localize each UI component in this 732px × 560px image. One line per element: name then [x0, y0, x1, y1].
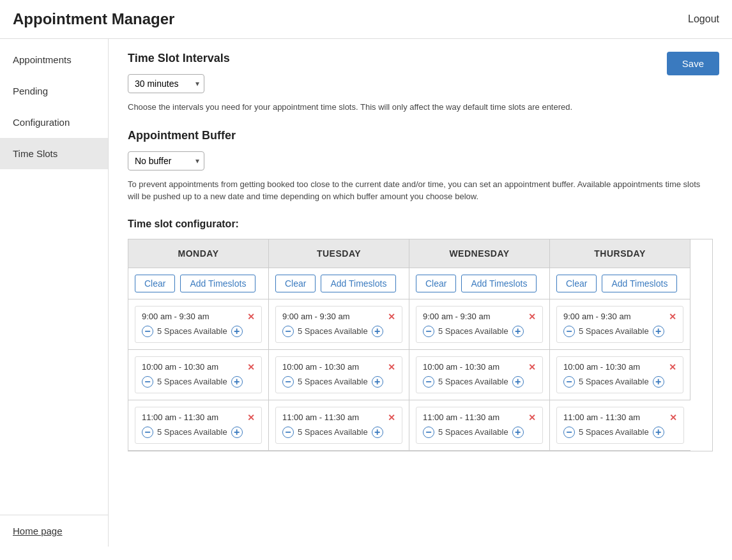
slot-close-monday-0[interactable]: ✕	[247, 312, 255, 322]
save-button[interactable]: Save	[667, 52, 719, 75]
slot-increment-tuesday-0[interactable]: +	[372, 326, 383, 337]
slot-increment-monday-0[interactable]: +	[231, 326, 243, 337]
slot-close-wednesday-0[interactable]: ✕	[528, 312, 536, 322]
action-row-wednesday: Clear Add Timeslots	[409, 268, 550, 299]
add-timeslots-wednesday-button[interactable]: Add Timeslots	[461, 275, 537, 292]
slot-close-tuesday-1[interactable]: ✕	[388, 362, 395, 372]
slot-increment-monday-1[interactable]: +	[231, 376, 243, 388]
col-header-tuesday: TUESDAY	[269, 239, 409, 268]
slot-decrement-monday-1[interactable]: −	[142, 376, 153, 388]
slot-time-monday-1: 10:00 am - 10:30 am	[142, 362, 218, 372]
slot-decrement-tuesday-0[interactable]: −	[282, 326, 294, 337]
slot-decrement-monday-0[interactable]: −	[142, 326, 153, 337]
slot-time-wednesday-0: 9:00 am - 9:30 am	[423, 312, 491, 321]
slot-cell-wednesday-1: 10:00 am - 10:30 am ✕ − 5 Spaces Availab…	[409, 350, 550, 400]
sidebar-item-timeslots[interactable]: Time Slots	[0, 138, 108, 169]
slot-decrement-thursday-1[interactable]: −	[563, 376, 575, 388]
add-timeslots-monday-button[interactable]: Add Timeslots	[180, 275, 255, 292]
slot-grid-scroll[interactable]: MONDAY TUESDAY WEDNESDAY THURSDAY	[128, 239, 712, 451]
add-timeslots-thursday-button[interactable]: Add Timeslots	[602, 275, 677, 292]
slot-box-tuesday-0: 9:00 am - 9:30 am ✕ − 5 Spaces Available…	[275, 306, 402, 343]
slot-close-tuesday-2[interactable]: ✕	[388, 412, 395, 423]
slot-cell-monday-2: 11:00 am - 11:30 am ✕ − 5 Spaces Availab…	[128, 400, 269, 451]
slot-close-monday-1[interactable]: ✕	[247, 362, 255, 372]
slot-decrement-thursday-0[interactable]: −	[563, 326, 575, 337]
slot-box-wednesday-0: 9:00 am - 9:30 am ✕ − 5 Spaces Available…	[416, 306, 543, 343]
slot-cell-monday-0: 9:00 am - 9:30 am ✕ − 5 Spaces Available…	[128, 299, 269, 350]
slot-grid-container: MONDAY TUESDAY WEDNESDAY THURSDAY	[128, 239, 713, 451]
slot-grid: MONDAY TUESDAY WEDNESDAY THURSDAY	[128, 239, 712, 451]
slot-spaces-wednesday-0: 5 Spaces Available	[438, 326, 508, 336]
slot-spaces-tuesday-2: 5 Spaces Available	[298, 427, 368, 437]
slot-spaces-wednesday-2: 5 Spaces Available	[438, 427, 508, 437]
clear-wednesday-button[interactable]: Clear	[416, 275, 456, 292]
appointment-buffer-title: Appointment Buffer	[128, 129, 713, 142]
slot-close-tuesday-0[interactable]: ✕	[388, 312, 395, 322]
slot-time-tuesday-1: 10:00 am - 10:30 am	[282, 362, 359, 372]
slot-spaces-monday-1: 5 Spaces Available	[157, 377, 227, 386]
slot-spaces-thursday-1: 5 Spaces Available	[579, 377, 649, 386]
slot-increment-wednesday-1[interactable]: +	[512, 376, 524, 388]
slot-time-tuesday-2: 11:00 am - 11:30 am	[282, 412, 359, 422]
slot-close-wednesday-1[interactable]: ✕	[528, 362, 536, 372]
slot-box-monday-0: 9:00 am - 9:30 am ✕ − 5 Spaces Available…	[135, 306, 262, 343]
sidebar-item-pending[interactable]: Pending	[0, 75, 108, 107]
action-row-thursday: Clear Add Timeslots	[550, 268, 690, 299]
action-row-monday: Clear Add Timeslots	[128, 268, 269, 299]
sidebar-item-configuration[interactable]: Configuration	[0, 107, 108, 138]
slot-increment-wednesday-2[interactable]: +	[512, 427, 524, 438]
time-slot-interval-description: Choose the intervals you need for your a…	[128, 101, 713, 114]
appointment-buffer-select[interactable]: No buffer 1 hour 2 hours 1 day	[128, 151, 204, 170]
slot-close-thursday-2[interactable]: ✕	[669, 412, 677, 423]
slot-decrement-wednesday-0[interactable]: −	[423, 326, 434, 337]
sidebar-item-appointments[interactable]: Appointments	[0, 44, 108, 75]
logout-link[interactable]: Logout	[688, 13, 719, 25]
slot-decrement-thursday-2[interactable]: −	[563, 427, 575, 438]
header: Appointment Manager Logout	[0, 0, 732, 39]
col-header-thursday: THURSDAY	[550, 239, 690, 268]
slot-time-tuesday-0: 9:00 am - 9:30 am	[282, 312, 350, 321]
slot-cell-thursday-0: 9:00 am - 9:30 am ✕ − 5 Spaces Available…	[550, 299, 690, 350]
slot-decrement-tuesday-1[interactable]: −	[282, 376, 294, 388]
slot-increment-thursday-2[interactable]: +	[653, 427, 664, 438]
slot-decrement-tuesday-2[interactable]: −	[282, 427, 294, 438]
home-page-link[interactable]: Home page	[13, 526, 63, 536]
clear-thursday-button[interactable]: Clear	[556, 275, 597, 292]
slot-box-thursday-2: 11:00 am - 11:30 am ✕ − 5 Spaces Availab…	[556, 407, 684, 444]
slot-spaces-monday-0: 5 Spaces Available	[157, 326, 227, 336]
slot-decrement-wednesday-1[interactable]: −	[423, 376, 434, 388]
sidebar-home: Home page	[0, 515, 108, 547]
slot-cell-monday-1: 10:00 am - 10:30 am ✕ − 5 Spaces Availab…	[128, 350, 269, 400]
slot-spaces-tuesday-0: 5 Spaces Available	[298, 326, 368, 336]
clear-tuesday-button[interactable]: Clear	[275, 275, 316, 292]
layout: Appointments Pending Configuration Time …	[0, 39, 732, 547]
slot-increment-tuesday-1[interactable]: +	[372, 376, 383, 388]
slot-time-monday-2: 11:00 am - 11:30 am	[142, 412, 218, 422]
slot-increment-wednesday-0[interactable]: +	[512, 326, 524, 337]
slot-increment-tuesday-2[interactable]: +	[372, 427, 383, 438]
add-timeslots-tuesday-button[interactable]: Add Timeslots	[321, 275, 396, 292]
slot-increment-thursday-0[interactable]: +	[653, 326, 664, 337]
slot-close-wednesday-2[interactable]: ✕	[528, 412, 536, 423]
action-row-tuesday: Clear Add Timeslots	[269, 268, 409, 299]
slot-close-thursday-0[interactable]: ✕	[669, 312, 676, 322]
slot-cell-thursday-2: 11:00 am - 11:30 am ✕ − 5 Spaces Availab…	[550, 400, 690, 451]
slot-cell-thursday-1: 10:00 am - 10:30 am ✕ − 5 Spaces Availab…	[550, 350, 690, 400]
slot-spaces-tuesday-1: 5 Spaces Available	[298, 377, 368, 386]
slot-cell-tuesday-2: 11:00 am - 11:30 am ✕ − 5 Spaces Availab…	[269, 400, 409, 451]
slot-box-monday-2: 11:00 am - 11:30 am ✕ − 5 Spaces Availab…	[135, 407, 262, 444]
slot-increment-monday-2[interactable]: +	[231, 427, 243, 438]
slot-spaces-monday-2: 5 Spaces Available	[157, 427, 227, 437]
slot-close-monday-2[interactable]: ✕	[247, 412, 255, 423]
slot-close-thursday-1[interactable]: ✕	[669, 362, 676, 372]
appointment-buffer-dropdown-wrapper: No buffer 1 hour 2 hours 1 day	[128, 151, 204, 170]
time-slot-interval-select[interactable]: 30 minutes 15 minutes 60 minutes	[128, 74, 204, 93]
slot-time-thursday-2: 11:00 am - 11:30 am	[563, 412, 640, 422]
col-header-wednesday: WEDNESDAY	[409, 239, 550, 268]
slot-box-wednesday-2: 11:00 am - 11:30 am ✕ − 5 Spaces Availab…	[416, 407, 543, 444]
clear-monday-button[interactable]: Clear	[135, 275, 175, 292]
slot-cell-wednesday-2: 11:00 am - 11:30 am ✕ − 5 Spaces Availab…	[409, 400, 550, 451]
slot-increment-thursday-1[interactable]: +	[653, 376, 664, 388]
slot-decrement-wednesday-2[interactable]: −	[423, 427, 434, 438]
slot-decrement-monday-2[interactable]: −	[142, 427, 153, 438]
